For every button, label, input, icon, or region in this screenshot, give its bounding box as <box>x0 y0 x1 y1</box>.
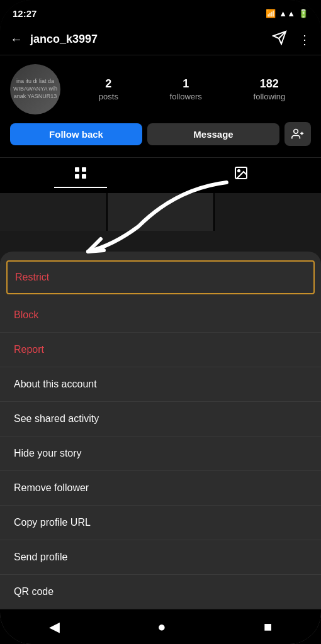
following-stat[interactable]: 182 following <box>254 77 286 101</box>
following-label: following <box>254 92 286 101</box>
svg-point-10 <box>238 170 240 172</box>
battery-icon: 🔋 <box>298 9 308 18</box>
send-icon[interactable] <box>272 30 287 48</box>
followers-stat[interactable]: 1 followers <box>170 77 202 101</box>
grid-cell-1[interactable] <box>0 193 106 231</box>
add-person-button[interactable] <box>284 122 311 146</box>
menu-item-block[interactable]: Block <box>0 298 321 333</box>
followers-label: followers <box>170 92 202 101</box>
follow-back-button[interactable]: Follow back <box>10 123 142 145</box>
tag-tab[interactable] <box>215 163 268 188</box>
bottom-sheet: Restrict Block Report About this account… <box>0 252 321 644</box>
signal-bars: ▲▲ <box>279 9 295 18</box>
posts-count: 2 <box>105 77 111 91</box>
posts-stat[interactable]: 2 posts <box>99 77 118 101</box>
svg-rect-7 <box>75 174 79 179</box>
action-buttons: Follow back Message <box>10 114 311 151</box>
back-button[interactable]: ← <box>10 32 23 47</box>
status-icons: 📶 ▲▲ 🔋 <box>266 9 308 18</box>
menu-item-shared-activity[interactable]: See shared activity <box>0 402 321 436</box>
menu-item-report[interactable]: Report <box>0 333 321 367</box>
bottom-nav: ◀ ● ■ <box>0 609 321 644</box>
grid-tab[interactable] <box>54 163 107 188</box>
posts-label: posts <box>99 92 118 101</box>
nav-right: ⋮ <box>272 30 311 48</box>
recents-nav-button[interactable]: ■ <box>251 614 284 640</box>
menu-item-hide-story[interactable]: Hide your story <box>0 436 321 471</box>
svg-point-2 <box>294 130 298 134</box>
status-time: 12:27 <box>13 8 37 19</box>
menu-item-copy-url[interactable]: Copy profile URL <box>0 506 321 540</box>
svg-rect-6 <box>82 167 86 172</box>
avatar[interactable]: ina itu di liat da WIBAWANYA wih anak YA… <box>10 64 60 114</box>
stats-row: 2 posts 1 followers 182 following <box>73 77 311 101</box>
grid-cell-3[interactable] <box>215 193 321 231</box>
message-button[interactable]: Message <box>147 123 279 145</box>
avatar-text: ina itu di liat da WIBAWANYA wih anak YA… <box>13 78 58 100</box>
menu-item-send-profile[interactable]: Send profile <box>0 540 321 575</box>
home-nav-button[interactable]: ● <box>145 614 178 640</box>
nav-left: ← janco_k3997 <box>10 32 98 47</box>
svg-rect-8 <box>82 174 86 179</box>
profile-username: janco_k3997 <box>30 33 98 46</box>
photo-grid <box>0 193 321 231</box>
more-options-icon[interactable]: ⋮ <box>298 32 311 47</box>
following-count: 182 <box>260 77 279 91</box>
menu-item-restrict[interactable]: Restrict <box>6 260 315 294</box>
menu-item-about[interactable]: About this account <box>0 367 321 402</box>
phone-icon: 📶 <box>266 9 276 18</box>
top-nav: ← janco_k3997 ⋮ <box>0 24 321 55</box>
profile-section: ina itu di liat da WIBAWANYA wih anak YA… <box>0 55 321 157</box>
profile-info-row: ina itu di liat da WIBAWANYA wih anak YA… <box>10 64 311 114</box>
grid-cell-2[interactable] <box>108 193 214 231</box>
menu-item-remove-follower[interactable]: Remove follower <box>0 471 321 506</box>
svg-rect-5 <box>75 167 79 172</box>
menu-item-qr-code[interactable]: QR code <box>0 575 321 609</box>
back-nav-button[interactable]: ◀ <box>37 614 72 640</box>
followers-count: 1 <box>183 77 189 91</box>
content-tabs <box>0 157 321 193</box>
